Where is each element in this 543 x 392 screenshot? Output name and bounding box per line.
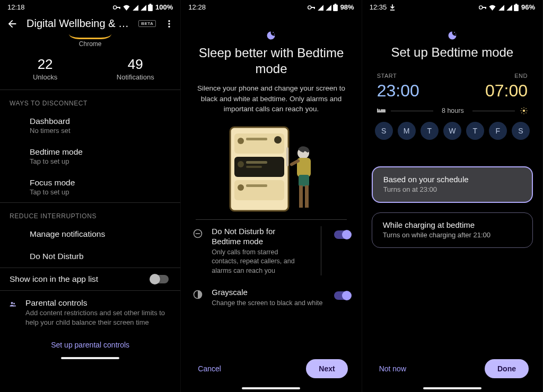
bed-icon <box>377 108 386 114</box>
dnd-switch[interactable] <box>334 230 351 239</box>
svg-rect-35 <box>286 147 288 166</box>
svg-point-51 <box>523 110 526 112</box>
option-charging[interactable]: While charging at bedtime Turns on while… <box>372 212 533 248</box>
item-dashboard[interactable]: Dashboard No timers set <box>0 110 180 141</box>
day-sat[interactable]: S <box>512 122 530 140</box>
days-row: S M T W T F S <box>362 122 542 153</box>
overflow-menu-icon[interactable] <box>164 19 174 29</box>
end-time: 07:00 <box>485 81 528 101</box>
separator <box>321 226 321 276</box>
wifi-icon <box>488 4 496 11</box>
svg-point-8 <box>11 302 13 304</box>
duration-row: 8 hours <box>362 101 542 122</box>
app-bar: Digital Wellbeing & pa… BETA <box>0 12 180 34</box>
svg-point-16 <box>274 34 275 34</box>
screen-bedtime-setup: 12:35 96% Set up Bedtime mode START 23:0… <box>362 0 543 392</box>
nav-bar[interactable] <box>0 353 180 362</box>
item-parental-controls[interactable]: Parental controls Add content restrictio… <box>0 291 180 331</box>
status-time: 12:35 <box>370 3 387 11</box>
screen-bedtime-intro: 12:28 98% Sleep better with Bedtime mode… <box>181 0 362 392</box>
option-grayscale[interactable]: Grayscale Change the screen to black and… <box>181 281 361 313</box>
battery-icon <box>333 4 338 11</box>
option-charging-title: While charging at bedtime <box>383 220 522 229</box>
svg-rect-48 <box>377 109 378 112</box>
svg-rect-50 <box>380 109 385 111</box>
svg-point-19 <box>238 138 244 144</box>
nav-bar[interactable] <box>181 384 361 392</box>
day-sun[interactable]: S <box>375 122 393 140</box>
day-wed[interactable]: W <box>443 122 461 140</box>
nav-bar[interactable] <box>362 384 542 392</box>
day-fri[interactable]: F <box>489 122 507 140</box>
item-do-not-disturb[interactable]: Do Not Disturb <box>0 245 180 268</box>
not-now-button[interactable]: Not now <box>376 359 409 378</box>
start-time: 23:00 <box>377 81 419 101</box>
parental-sub: Add content restrictions and set other l… <box>25 308 171 327</box>
parental-title: Parental controls <box>25 298 171 308</box>
status-icons: 96% <box>479 3 535 11</box>
status-icons: 98% <box>308 3 354 11</box>
dashboard-title: Dashboard <box>30 117 171 126</box>
moon-icon <box>362 12 542 45</box>
status-icons: 100% <box>113 3 173 11</box>
bedtime-title: Bedtime mode <box>30 147 171 157</box>
back-icon[interactable] <box>6 18 18 30</box>
item-bedtime-mode[interactable]: Bedtime mode Tap to set up <box>0 141 180 172</box>
svg-line-56 <box>521 108 522 109</box>
signal-icon-2 <box>325 4 331 11</box>
svg-point-21 <box>274 136 282 144</box>
status-time: 12:28 <box>188 3 206 11</box>
show-icon-toggle[interactable] <box>151 275 169 283</box>
option-dnd-bedtime[interactable]: Do Not Disturb for Bedtime mode Only cal… <box>181 220 361 281</box>
svg-point-23 <box>238 161 244 167</box>
signal-icon <box>498 4 504 11</box>
svg-rect-31 <box>299 175 309 186</box>
show-icon-title: Show icon in the app list <box>10 274 98 284</box>
usage-arc <box>69 34 111 39</box>
item-focus-mode[interactable]: Focus mode Tap to set up <box>0 172 180 202</box>
svg-rect-14 <box>334 4 336 5</box>
svg-rect-44 <box>515 4 518 5</box>
stat-unlocks[interactable]: 22 Unlocks <box>0 56 90 81</box>
vpn-key-icon <box>479 5 487 10</box>
setup-parental-link[interactable]: Set up parental controls <box>0 331 180 353</box>
next-button[interactable]: Next <box>306 359 347 378</box>
signal-icon-2 <box>506 4 512 11</box>
svg-point-45 <box>454 32 455 33</box>
dnd-icon <box>192 228 204 239</box>
grayscale-icon <box>192 289 204 300</box>
day-mon[interactable]: M <box>398 122 416 140</box>
status-bar: 12:35 96% <box>362 0 542 12</box>
svg-point-49 <box>378 109 380 111</box>
svg-rect-39 <box>390 10 395 11</box>
option-schedule[interactable]: Based on your schedule Turns on at 23:00 <box>372 166 533 203</box>
start-label: START <box>377 73 419 79</box>
svg-line-59 <box>526 108 526 109</box>
end-label: END <box>514 73 528 79</box>
status-bar: 12:28 98% <box>181 0 361 12</box>
heading: Sleep better with Bedtime mode <box>181 45 361 83</box>
option-schedule-sub: Turns on at 23:00 <box>383 185 521 193</box>
download-icon <box>390 4 395 11</box>
battery-percent: 98% <box>340 3 354 11</box>
supervisor-account-icon <box>10 298 16 310</box>
grayscale-switch[interactable] <box>334 291 351 300</box>
day-tue[interactable]: T <box>421 122 439 140</box>
end-time-block[interactable]: END 07:00 <box>485 73 528 101</box>
svg-rect-32 <box>299 185 303 208</box>
battery-icon <box>514 4 519 11</box>
item-show-icon[interactable]: Show icon in the app list <box>0 268 180 290</box>
wifi-icon <box>122 4 130 11</box>
day-thu[interactable]: T <box>466 122 484 140</box>
done-button[interactable]: Done <box>485 359 529 378</box>
svg-point-40 <box>479 5 483 8</box>
svg-point-9 <box>13 302 15 304</box>
cancel-button[interactable]: Cancel <box>195 359 224 378</box>
top-app-label: Chrome <box>0 40 180 48</box>
stats-row: 22 Unlocks 49 Notifications <box>0 52 180 90</box>
footer: Not now Done <box>362 359 542 384</box>
item-manage-notifications[interactable]: Manage notifications <box>0 223 180 245</box>
battery-icon <box>148 4 153 11</box>
stat-notifications[interactable]: 49 Notifications <box>90 56 180 81</box>
start-time-block[interactable]: START 23:00 <box>377 73 419 101</box>
